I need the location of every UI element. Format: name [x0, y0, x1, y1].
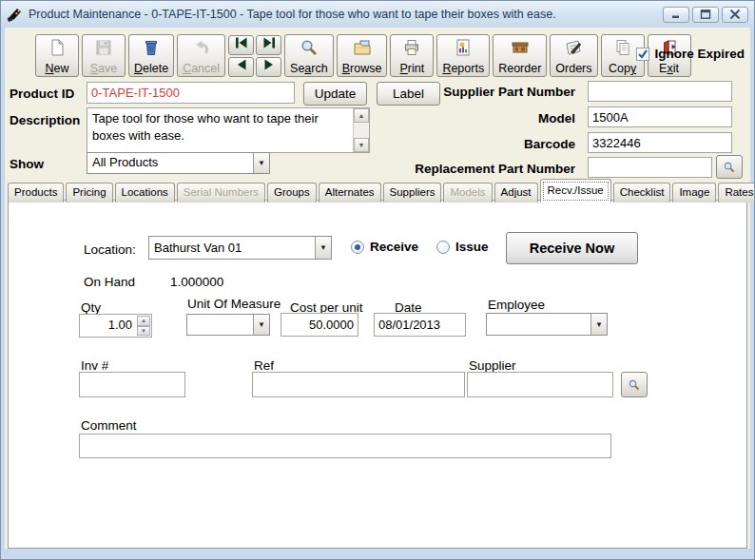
- tab-locations[interactable]: Locations: [115, 183, 175, 203]
- show-dropdown-value: All Products: [87, 153, 253, 173]
- chevron-down-icon[interactable]: ▼: [315, 237, 331, 259]
- trash-icon: [142, 37, 161, 58]
- employee-value: [487, 314, 590, 335]
- description-text: Tape tool for those who want to tape the…: [87, 108, 353, 152]
- ref-input[interactable]: [252, 372, 465, 397]
- tape-tool-app-icon: [7, 7, 23, 23]
- reports-button-label: Reports: [442, 62, 484, 75]
- magnifier-icon: [628, 377, 641, 393]
- chevron-down-icon[interactable]: ▼: [253, 153, 269, 173]
- browse-button-label: Browse: [342, 62, 382, 75]
- client-area: NewSaveDeleteCancelSearchBrowsePrintRepo…: [5, 28, 750, 549]
- product-id-input[interactable]: [87, 82, 295, 104]
- description-scrollbar[interactable]: ▲ ▼: [353, 108, 369, 152]
- tab-recv-issue[interactable]: Recv./Issue: [540, 179, 611, 203]
- close-button[interactable]: [722, 7, 748, 23]
- reorder-button[interactable]: Reorder: [493, 34, 547, 77]
- receive-radio[interactable]: Receive: [351, 240, 418, 254]
- model-input[interactable]: [588, 106, 732, 127]
- label-button[interactable]: Label: [377, 82, 440, 106]
- product-maintenance-window: Product Maintenance - 0-TAPE-IT-1500 - T…: [0, 0, 755, 560]
- update-button[interactable]: Update: [303, 82, 367, 106]
- barcode-input[interactable]: [588, 132, 732, 153]
- reorder-button-label: Reorder: [498, 62, 541, 75]
- print-button[interactable]: Print: [390, 34, 434, 77]
- chevron-down-icon[interactable]: ▼: [590, 314, 607, 335]
- ref-label: Ref: [254, 358, 274, 373]
- supplier-input[interactable]: [467, 372, 613, 397]
- orders-button[interactable]: Orders: [550, 34, 597, 77]
- ignore-expired-checkbox[interactable]: Ignore Expired: [636, 47, 745, 61]
- replacement-search-button[interactable]: [716, 155, 743, 179]
- employee-dropdown[interactable]: ▼: [486, 313, 608, 336]
- minimize-button[interactable]: [663, 7, 689, 23]
- inv-no-input[interactable]: [79, 372, 185, 397]
- scroll-down-icon[interactable]: ▼: [354, 138, 369, 152]
- replacement-part-number-label: Replacement Part Number: [415, 162, 575, 176]
- tab-groups[interactable]: Groups: [267, 183, 317, 203]
- show-dropdown[interactable]: All Products ▼: [87, 152, 270, 174]
- chevron-down-icon[interactable]: ▼: [253, 315, 269, 335]
- title-bar[interactable]: Product Maintenance - 0-TAPE-IT-1500 - T…: [1, 1, 754, 28]
- inv-no-label: Inv #: [81, 358, 108, 373]
- previous-record-button[interactable]: [228, 57, 254, 77]
- previous-record-icon: [234, 58, 249, 75]
- delete-button[interactable]: Delete: [128, 34, 174, 77]
- next-record-button[interactable]: [256, 57, 281, 77]
- window-title: Product Maintenance - 0-TAPE-IT-1500 - T…: [29, 8, 556, 21]
- window-controls: [663, 7, 748, 23]
- supplier-part-number-label: Supplier Part Number: [443, 85, 575, 99]
- first-record-icon: [234, 36, 249, 53]
- location-dropdown[interactable]: Bathurst Van 01 ▼: [148, 236, 332, 260]
- tab-image[interactable]: Image: [672, 183, 716, 203]
- orders-button-label: Orders: [555, 62, 591, 75]
- record-navigation-cluster: [228, 35, 281, 77]
- save-floppy-icon: [94, 37, 113, 58]
- date-input[interactable]: [374, 313, 466, 337]
- qty-stepper[interactable]: 1.00 ▲ ▼: [79, 314, 152, 338]
- browse-button[interactable]: Browse: [337, 34, 388, 77]
- unit-of-measure-dropdown[interactable]: ▼: [186, 314, 270, 336]
- description-label: Description: [10, 113, 80, 127]
- tab-rates[interactable]: Rates: [718, 183, 755, 203]
- spin-up-icon[interactable]: ▲: [137, 316, 150, 326]
- product-id-label: Product ID: [10, 87, 74, 101]
- issue-radio[interactable]: Issue: [436, 240, 489, 254]
- recv-issue-tab-panel: Location: Bathurst Van 01 ▼ Receive Issu…: [8, 200, 747, 549]
- location-dropdown-value: Bathurst Van 01: [149, 237, 315, 259]
- location-label: Location:: [84, 242, 136, 257]
- tab-suppliers[interactable]: Suppliers: [383, 183, 442, 203]
- description-textarea[interactable]: Tape tool for those who want to tape the…: [87, 107, 370, 153]
- supplier-part-number-input[interactable]: [588, 81, 732, 102]
- receive-now-button[interactable]: Receive Now: [506, 232, 638, 264]
- search-button[interactable]: Search: [284, 34, 334, 77]
- new-document-icon: [48, 37, 67, 58]
- new-button[interactable]: New: [35, 34, 79, 77]
- magnifier-icon: [300, 37, 319, 58]
- first-record-button[interactable]: [228, 35, 254, 55]
- on-hand-label: On Hand: [84, 275, 135, 289]
- scroll-up-icon[interactable]: ▲: [354, 108, 369, 123]
- model-label: Model: [538, 111, 575, 126]
- tab-products[interactable]: Products: [8, 183, 64, 203]
- tab-alternates[interactable]: Alternates: [319, 183, 381, 203]
- spin-down-icon[interactable]: ▼: [137, 326, 150, 337]
- unit-of-measure-value: [187, 315, 253, 335]
- on-hand-value: 1.000000: [170, 275, 223, 289]
- radio-selected-icon: [351, 241, 364, 254]
- comment-input[interactable]: [79, 434, 611, 458]
- cost-per-unit-input[interactable]: [281, 313, 358, 337]
- unit-of-measure-label: Unit Of Measure: [187, 297, 281, 311]
- tab-pricing[interactable]: Pricing: [66, 183, 112, 203]
- qty-label: Qty: [81, 300, 101, 315]
- last-record-button[interactable]: [256, 35, 281, 55]
- tab-adjust[interactable]: Adjust: [494, 183, 538, 203]
- cancel-button-label: Cancel: [183, 62, 220, 75]
- supplier-label: Supplier: [469, 358, 516, 373]
- supplier-search-button[interactable]: [621, 372, 648, 397]
- order-pencil-icon: [564, 37, 583, 58]
- reports-button[interactable]: Reports: [436, 34, 490, 77]
- maximize-button[interactable]: [692, 7, 719, 23]
- tab-checklist[interactable]: Checklist: [613, 183, 671, 203]
- replacement-part-number-input[interactable]: [588, 157, 712, 178]
